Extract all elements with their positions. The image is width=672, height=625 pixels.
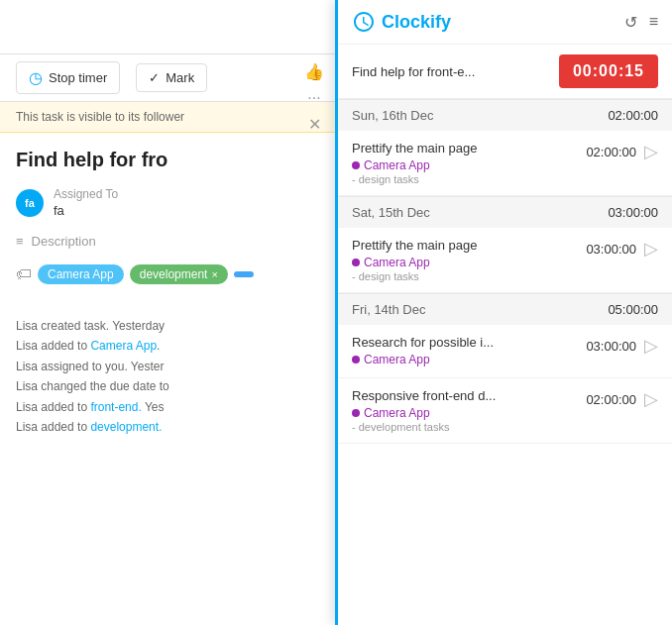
entry-project-fri-0: Camera App [352,353,586,366]
entry-duration-fri-1: 02:00:00 [586,392,636,407]
entry-project-label-fri-0: Camera App [364,353,430,366]
timer-row: Find help for front-e... 00:00:15 [338,45,672,99]
entry-title-sun-0: Prettify the main page [352,141,586,156]
entry-sub-sat-0: - design tasks [352,270,586,282]
entry-project-label-sun-0: Camera App [364,158,430,172]
tag-camera-app[interactable]: Camera App [38,264,124,284]
project-dot [352,356,360,364]
entry-project-label-fri-1: Camera App [364,406,430,420]
entry-duration-sat-0: 03:00:00 [586,242,636,257]
entry-sub-fri-1: - development tasks [352,421,586,433]
development-link[interactable]: development. [90,420,162,434]
development-label: development [140,267,208,281]
more-options-button[interactable]: ··· [304,89,324,107]
date-sat-label: Sat, 15th Dec [352,205,430,220]
right-icons: 👍 ··· ✕ [298,54,330,142]
entry-right-sat-0: 03:00:00 ▷ [586,238,658,260]
entry-info: Prettify the main page Camera App - desi… [352,141,586,185]
date-fri-total: 05:00:00 [608,302,658,317]
date-sun-total: 02:00:00 [608,108,658,123]
notice-text: This task is visible to its follower [16,110,184,124]
date-group-sat: Sat, 15th Dec 03:00:00 [338,196,672,228]
clockify-logo-text: Clockify [382,12,451,33]
like-button[interactable]: 👍 [304,62,324,81]
frontend-link[interactable]: front-end. [90,400,141,414]
entry-title-sat-0: Prettify the main page [352,238,586,253]
entry-project-sun-0: Camera App [352,158,586,172]
assigned-info: Assigned To fa [54,187,118,218]
assigned-label: Assigned To [54,187,118,201]
entry-duration-fri-0: 03:00:00 [586,339,636,354]
play-button-sat-0[interactable]: ▷ [644,238,658,260]
date-sat-total: 03:00:00 [608,205,658,220]
entry-title-fri-0: Research for possible i... [352,335,586,350]
mark-label: Mark [166,70,194,85]
tag-development[interactable]: development × [130,264,228,284]
entry-item-sat-0: Prettify the main page Camera App - desi… [338,228,672,293]
entry-project-fri-1: Camera App [352,406,586,420]
project-dot [352,259,360,266]
tag-icon: 🏷 [16,265,32,283]
entry-duration-sun-0: 02:00:00 [586,145,636,159]
date-group-sun: Sun, 16th Dec 02:00:00 [338,99,672,131]
entry-row: Responsive front-end d... Camera App - d… [352,388,658,433]
entry-item-sun-0: Prettify the main page Camera App - desi… [338,131,672,196]
entry-row: Prettify the main page Camera App - desi… [352,141,658,185]
assigned-value: fa [54,203,118,218]
entry-right-fri-1: 02:00:00 ▷ [586,388,658,410]
date-sun-label: Sun, 16th Dec [352,108,433,123]
stop-timer-label: Stop timer [49,70,107,85]
description-icon: ≡ [16,234,24,249]
timer-display[interactable]: 00:00:15 [559,54,658,88]
close-button[interactable]: ✕ [304,115,324,134]
menu-button[interactable]: ≡ [649,13,658,31]
entry-row: Prettify the main page Camera App - desi… [352,238,658,282]
entry-sub-sun-0: - design tasks [352,173,586,185]
timer-task-name: Find help for front-e... [352,64,551,79]
entry-info: Prettify the main page Camera App - desi… [352,238,586,282]
entry-title-fri-1: Responsive front-end d... [352,388,586,403]
entry-info: Responsive front-end d... Camera App - d… [352,388,586,433]
play-button-fri-1[interactable]: ▷ [644,388,658,410]
clockify-header-icons: ↺ ≡ [624,13,658,32]
check-icon: ✓ [149,70,160,85]
refresh-button[interactable]: ↺ [624,13,637,32]
project-dot [352,161,360,169]
clockify-panel: Clockify ↺ ≡ Find help for front-e... 00… [335,0,672,625]
entry-row: Research for possible i... Camera App 03… [352,335,658,367]
tag-extra[interactable] [234,271,254,277]
clockify-logo: Clockify [352,10,451,34]
clockify-small-icon: ◷ [29,68,43,87]
date-fri-label: Fri, 14th Dec [352,302,425,317]
entries-scroll[interactable]: Sun, 16th Dec 02:00:00 Prettify the main… [338,99,672,625]
mark-button[interactable]: ✓ Mark [136,63,207,92]
remove-development-tag[interactable]: × [211,268,217,280]
camera-app-link[interactable]: Camera App [90,339,157,353]
entry-right-sun-0: 02:00:00 ▷ [586,141,658,162]
entry-item-fri-1: Responsive front-end d... Camera App - d… [338,378,672,444]
entry-info: Research for possible i... Camera App [352,335,586,367]
entry-right-fri-0: 03:00:00 ▷ [586,335,658,357]
assigned-avatar: fa [16,189,44,217]
project-dot [352,409,360,417]
stop-timer-button[interactable]: ◷ Stop timer [16,61,120,94]
clockify-header: Clockify ↺ ≡ [338,0,672,45]
entry-project-label-sat-0: Camera App [364,256,430,269]
play-button-sun-0[interactable]: ▷ [644,141,658,162]
clockify-logo-icon [352,10,376,34]
entry-project-sat-0: Camera App [352,256,586,269]
entry-item-fri-0: Research for possible i... Camera App 03… [338,325,672,378]
play-button-fri-0[interactable]: ▷ [644,335,658,357]
date-group-fri: Fri, 14th Dec 05:00:00 [338,293,672,325]
description-label: Description [32,234,96,249]
